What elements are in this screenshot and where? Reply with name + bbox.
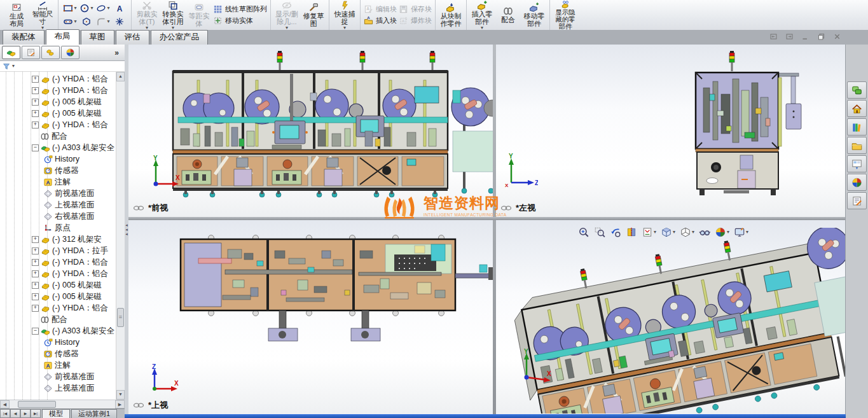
home-button[interactable]: [847, 100, 867, 117]
tree-item[interactable]: History: [0, 153, 116, 165]
sketch-rectangle-button[interactable]: ▾: [63, 3, 76, 13]
tree-item[interactable]: A注解: [0, 176, 116, 188]
repair-sketch-button[interactable]: 修复草 图: [301, 2, 326, 27]
solidworks-resources-button[interactable]: [847, 81, 867, 99]
tree-item[interactable]: History: [0, 337, 116, 348]
tree-item[interactable]: 前视基准面: [0, 371, 116, 382]
tab-layout[interactable]: 布局: [46, 29, 79, 45]
expand-icon[interactable]: +: [32, 122, 39, 129]
tree-item[interactable]: +(-) YHDA：铝合: [0, 119, 116, 130]
motion-study-tab[interactable]: 运动算例1: [71, 409, 117, 418]
tab-sketch[interactable]: 草图: [81, 30, 114, 45]
expand-icon[interactable]: +: [32, 247, 39, 254]
display-manager-tab[interactable]: [61, 46, 79, 59]
model-tab[interactable]: 模型: [42, 409, 70, 418]
section-view-button[interactable]: [625, 226, 638, 239]
hide-show-items-button[interactable]: [698, 226, 711, 239]
tree-item[interactable]: +(-) YHDA：铝合: [0, 268, 116, 279]
annotation-views-button[interactable]: ▾: [641, 226, 657, 239]
tree-item[interactable]: −(-) A303 机架安全: [0, 142, 116, 153]
expand-icon[interactable]: +: [32, 282, 39, 289]
smart-dimension-button[interactable]: 智能尺 寸▾: [31, 0, 55, 29]
edit-appearance-button[interactable]: ▾: [714, 226, 730, 239]
next-window-button[interactable]: [784, 32, 795, 41]
tree-item[interactable]: 传感器: [0, 165, 116, 176]
configuration-manager-tab[interactable]: [41, 46, 60, 59]
display-style-button[interactable]: ▾: [679, 226, 695, 239]
panel-overflow-chevron[interactable]: »: [114, 48, 123, 57]
tree-item[interactable]: 上视基准面: [0, 382, 116, 394]
tree-item[interactable]: +(-) 005 机架磁: [0, 291, 116, 302]
viewport-isometric[interactable]: ▾▾▾▾▾: [496, 220, 846, 414]
prev-tab-button[interactable]: ◀: [10, 409, 20, 418]
show-hidden-components-button[interactable]: 显示隐 藏的零 部件: [553, 0, 577, 30]
sketch-circle-button[interactable]: ▾: [79, 3, 93, 13]
next-tab-button[interactable]: ▶: [20, 409, 31, 418]
insert-block-button[interactable]: A插入块: [364, 16, 397, 25]
feature-tree-tab[interactable]: [2, 46, 20, 59]
last-tab-button[interactable]: ▶|: [31, 409, 41, 418]
tree-item[interactable]: +(-) 005 机架磁: [0, 96, 116, 108]
restore-button[interactable]: [816, 32, 827, 41]
expand-icon[interactable]: +: [32, 110, 39, 117]
tab-office-products[interactable]: 办公室产品: [151, 30, 209, 45]
scrollbar-thumb[interactable]: [18, 401, 56, 408]
collapse-icon[interactable]: −: [32, 144, 39, 151]
make-layout-button[interactable]: 生成 布局: [4, 2, 29, 27]
previous-view-button[interactable]: [609, 226, 622, 239]
sketch-polygon-button[interactable]: [81, 17, 92, 27]
sketch-point-button[interactable]: [114, 17, 125, 27]
quick-snaps-button[interactable]: 快速捕 捉▾: [333, 0, 357, 29]
first-tab-button[interactable]: |◀: [0, 409, 10, 418]
expand-icon[interactable]: +: [32, 305, 39, 312]
expand-icon[interactable]: +: [32, 270, 39, 277]
minimize-button[interactable]: [800, 32, 811, 41]
viewport-top[interactable]: Z X *上视: [128, 220, 493, 414]
expand-icon[interactable]: +: [32, 76, 39, 83]
tree-item[interactable]: 传感器: [0, 348, 116, 359]
sketch-ellipse-button[interactable]: ▾: [96, 3, 109, 13]
tree-item[interactable]: 上视基准面: [0, 199, 116, 211]
tree-item[interactable]: +(-) YHDA：铝合: [0, 302, 116, 314]
appearances-button[interactable]: [847, 174, 867, 191]
expand-icon[interactable]: +: [32, 293, 39, 300]
property-manager-tab[interactable]: [22, 46, 40, 59]
tree-item[interactable]: 配合: [0, 130, 116, 142]
expand-icon[interactable]: +: [32, 236, 39, 243]
zoom-area-button[interactable]: [593, 226, 606, 239]
viewport-left[interactable]: Y Z X *左视: [496, 45, 846, 217]
mate-button[interactable]: 配合: [496, 6, 520, 24]
view-orientation-button[interactable]: ▾: [660, 226, 676, 239]
tree-filter-row[interactable]: ▾: [0, 61, 125, 72]
tree-item[interactable]: A注解: [0, 359, 116, 371]
custom-properties-button[interactable]: [847, 192, 867, 209]
convert-entities-button[interactable]: 转换实 体引用▾: [161, 0, 185, 29]
tree-item[interactable]: 右视基准面: [0, 211, 116, 222]
tree-item[interactable]: 原点: [0, 222, 116, 233]
expand-icon[interactable]: +: [32, 87, 39, 94]
view-palette-button[interactable]: [847, 155, 867, 172]
tree-item[interactable]: 前视基准面: [0, 188, 116, 199]
linear-sketch-pattern-button[interactable]: 线性草图阵列: [213, 4, 267, 14]
collapse-icon[interactable]: −: [32, 328, 39, 335]
expand-icon[interactable]: +: [32, 99, 39, 106]
tree-item[interactable]: +(-) YHDA：铝合: [0, 85, 116, 96]
make-part-from-block-button[interactable]: 从块制 作零件: [439, 2, 463, 27]
tree-item[interactable]: +(-) 005 机架磁: [0, 279, 116, 291]
tree-item[interactable]: 配合: [0, 314, 116, 325]
tree-item[interactable]: +(-) 005 机架磁: [0, 108, 116, 119]
move-entities-button[interactable]: 移动实体: [213, 16, 267, 25]
tab-evaluate[interactable]: 评估: [116, 30, 149, 45]
sketch-slot-button[interactable]: ▾: [63, 17, 76, 27]
tab-assembly[interactable]: 装配体: [3, 30, 45, 45]
file-explorer-button[interactable]: [847, 137, 867, 154]
tree-item[interactable]: +(-) YHDA：拉手: [0, 245, 116, 256]
tree-item[interactable]: +(-) 312 机架安: [0, 233, 116, 245]
sketch-text-button[interactable]: A: [114, 3, 125, 13]
design-library-button[interactable]: [847, 118, 867, 136]
expand-icon[interactable]: +: [32, 259, 39, 266]
tree-item[interactable]: +(-) YHDA：铝合: [0, 256, 116, 268]
tree-item[interactable]: −(-) A303 机架安全: [0, 325, 116, 337]
viewport-front[interactable]: Y X *前视: [128, 45, 493, 217]
zoom-fit-button[interactable]: [577, 226, 590, 239]
